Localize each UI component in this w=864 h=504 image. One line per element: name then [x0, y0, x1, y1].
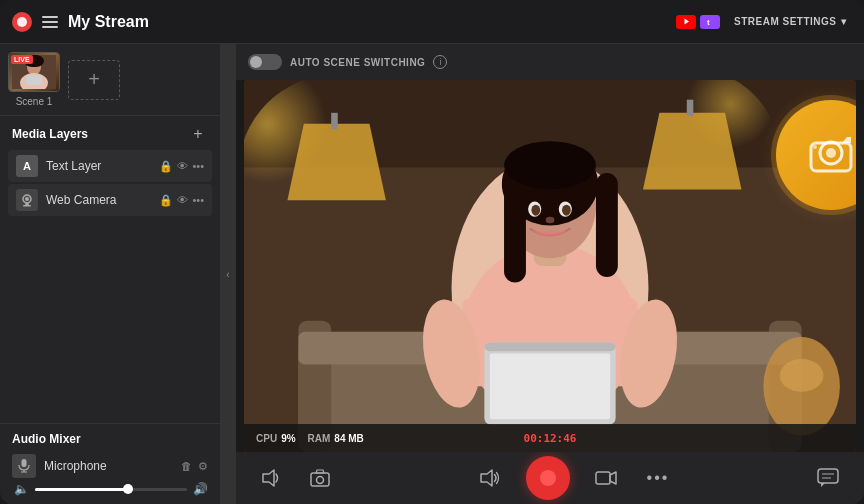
auto-scene-bar: AUTO SCENE SWITCHING i: [236, 44, 864, 80]
title-bar-left: My Stream: [12, 12, 676, 32]
webcam-more-icon[interactable]: •••: [192, 194, 204, 206]
webcam-overlay: [776, 100, 856, 210]
toolbar-center: •••: [474, 456, 674, 500]
live-badge: LIVE: [11, 55, 33, 64]
add-scene-button[interactable]: +: [68, 60, 120, 100]
microphone-icon: [12, 454, 36, 478]
webcam-layer-name: Web Camera: [46, 193, 151, 207]
svg-rect-62: [818, 469, 838, 483]
webcam-eye-icon[interactable]: 👁: [177, 194, 188, 206]
record-indicator: [540, 470, 556, 486]
svg-marker-23: [643, 113, 741, 190]
toggle-knob: [250, 56, 262, 68]
svg-marker-21: [287, 124, 385, 201]
svg-point-54: [813, 145, 817, 149]
audio-toggle-button[interactable]: [474, 462, 506, 494]
webcam-layer-icon: [16, 189, 38, 211]
webcam-layer-item[interactable]: Web Camera 🔒 👁 •••: [8, 184, 212, 216]
record-button[interactable]: [526, 456, 570, 500]
sidebar: LIVE Scene 1 + Media Layers + A Text: [0, 44, 220, 504]
video-button[interactable]: [590, 462, 622, 494]
text-layer-name: Text Layer: [46, 159, 151, 173]
scene-item[interactable]: LIVE Scene 1: [8, 52, 60, 107]
svg-marker-61: [610, 472, 616, 484]
volume-fill: [35, 488, 126, 491]
media-layers-title: Media Layers: [12, 127, 88, 141]
snapshot-button[interactable]: [304, 462, 336, 494]
audio-channel-header: Microphone 🗑 ⚙: [12, 454, 208, 478]
svg-rect-43: [596, 173, 618, 277]
volume-knob[interactable]: [123, 484, 133, 494]
svg-marker-53: [842, 137, 851, 143]
media-layers-header: Media Layers +: [0, 116, 220, 150]
volume-track[interactable]: [35, 488, 187, 491]
svg-rect-14: [22, 459, 27, 467]
platform-icons: t: [676, 15, 720, 29]
app-icon: [12, 12, 32, 32]
scene-label: Scene 1: [16, 96, 53, 107]
hamburger-menu-icon[interactable]: [42, 16, 58, 28]
stream-timer: 00:12:46: [524, 432, 577, 445]
collapse-arrow-icon: ‹: [226, 269, 229, 280]
video-preview: CPU 9% RAM 84 MB 00:12:46: [244, 80, 856, 452]
main-content: LIVE Scene 1 + Media Layers + A Text: [0, 44, 864, 504]
svg-rect-9: [26, 75, 42, 85]
delete-audio-icon[interactable]: 🗑: [181, 460, 192, 473]
volume-slider-row: 🔈 🔊: [12, 482, 208, 496]
collapse-handle[interactable]: ‹: [220, 44, 236, 504]
svg-rect-37: [484, 343, 615, 352]
chat-button[interactable]: [812, 462, 844, 494]
stream-settings-button[interactable]: STREAM SETTINGS ▾: [728, 12, 852, 31]
svg-rect-60: [596, 472, 610, 484]
volume-low-icon: 🔈: [14, 482, 29, 496]
audio-mixer-title: Audio Mixer: [12, 432, 208, 446]
svg-rect-13: [23, 205, 31, 207]
audio-mixer-section: Audio Mixer Microphone: [0, 423, 220, 504]
webcam-lock-icon[interactable]: 🔒: [159, 194, 173, 207]
svg-rect-3: [704, 16, 716, 28]
youtube-badge[interactable]: [676, 15, 696, 29]
svg-point-30: [780, 359, 824, 392]
svg-point-47: [531, 205, 540, 216]
more-dots-icon: •••: [647, 469, 670, 487]
cpu-label: CPU: [256, 433, 277, 444]
stats-bar: CPU 9% RAM 84 MB 00:12:46: [244, 424, 856, 452]
settings-audio-icon[interactable]: ⚙: [198, 460, 208, 473]
add-layer-button[interactable]: +: [188, 124, 208, 144]
text-layer-icon: A: [16, 155, 38, 177]
svg-point-0: [17, 17, 27, 27]
toolbar-right: [812, 462, 844, 494]
svg-point-49: [546, 217, 555, 224]
scenes-area: LIVE Scene 1 +: [0, 44, 220, 116]
cpu-value: 9%: [281, 433, 295, 444]
webcam-layer-controls: 🔒 👁 •••: [159, 194, 204, 207]
lock-icon[interactable]: 🔒: [159, 160, 173, 173]
app-title: My Stream: [68, 13, 149, 31]
more-icon[interactable]: •••: [192, 160, 204, 172]
svg-marker-59: [481, 470, 492, 486]
auto-scene-toggle[interactable]: [248, 54, 282, 70]
svg-point-11: [25, 197, 29, 201]
svg-rect-22: [331, 113, 338, 129]
svg-point-57: [317, 477, 324, 484]
ram-label: RAM: [308, 433, 331, 444]
video-area: AUTO SCENE SWITCHING i: [236, 44, 864, 504]
more-options-button[interactable]: •••: [642, 462, 674, 494]
text-layer-controls: 🔒 👁 •••: [159, 160, 204, 173]
svg-rect-42: [504, 173, 526, 282]
svg-marker-55: [263, 470, 274, 486]
text-layer-item[interactable]: A Text Layer 🔒 👁 •••: [8, 150, 212, 182]
audio-action-icons: 🗑 ⚙: [181, 460, 208, 473]
scene-thumbnail: LIVE: [8, 52, 60, 92]
svg-rect-24: [687, 100, 694, 116]
title-bar-right: t STREAM SETTINGS ▾: [676, 12, 852, 31]
volume-button[interactable]: [256, 462, 288, 494]
twitch-badge[interactable]: t: [700, 15, 720, 29]
info-icon[interactable]: i: [433, 55, 447, 69]
svg-point-48: [562, 205, 571, 216]
eye-icon[interactable]: 👁: [177, 160, 188, 172]
ram-value: 84 MB: [334, 433, 363, 444]
toolbar-left: [256, 462, 336, 494]
svg-point-44: [504, 141, 596, 189]
webcam-camera-icon: [807, 135, 855, 175]
